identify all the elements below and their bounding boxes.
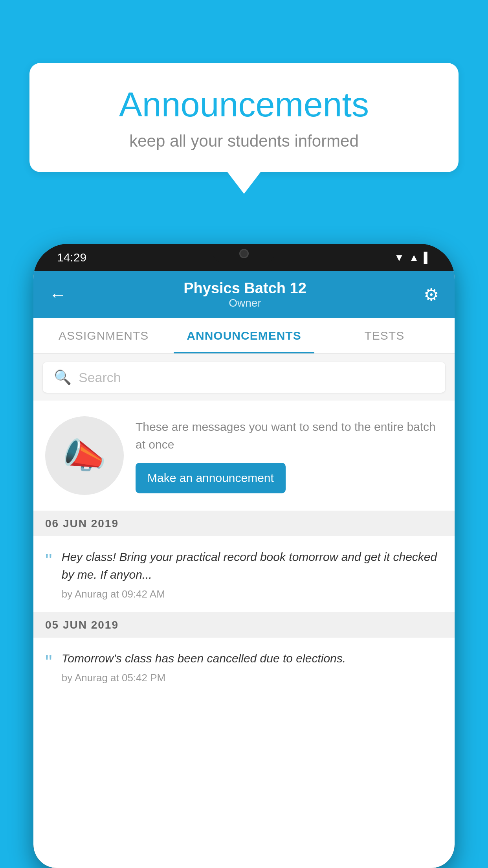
status-icons: ▼ ▲ ▌: [394, 252, 431, 264]
megaphone-icon: 📣: [62, 435, 106, 476]
search-container: 🔍 Search: [33, 354, 455, 401]
announcement-meta-2: by Anurag at 05:42 PM: [62, 672, 443, 684]
announcement-content-2: Tomorrow's class has been cancelled due …: [62, 649, 443, 684]
settings-button[interactable]: ⚙: [424, 285, 439, 305]
search-bar[interactable]: 🔍 Search: [43, 362, 445, 393]
speech-bubble: Announcements keep all your students inf…: [29, 63, 459, 172]
speech-bubble-title: Announcements: [53, 85, 435, 125]
batch-role: Owner: [66, 297, 424, 309]
status-bar: 14:29 ▼ ▲ ▌: [33, 244, 455, 271]
wifi-icon: ▼: [394, 252, 404, 264]
date-label-2: 05 JUN 2019: [45, 619, 119, 631]
back-button[interactable]: ←: [49, 285, 66, 305]
tab-tests[interactable]: TESTS: [314, 318, 455, 353]
status-time: 14:29: [57, 251, 86, 264]
date-label-1: 06 JUN 2019: [45, 517, 119, 530]
phone-mockup: 14:29 ▼ ▲ ▌ ← Physics Batch 12 Owner ⚙ A…: [33, 244, 455, 868]
phone-camera: [239, 249, 249, 258]
app-header: ← Physics Batch 12 Owner ⚙: [33, 271, 455, 318]
phone-notch: [213, 244, 275, 263]
header-title-area: Physics Batch 12 Owner: [66, 280, 424, 309]
date-separator-1: 06 JUN 2019: [33, 511, 455, 536]
make-announcement-button[interactable]: Make an announcement: [136, 463, 286, 493]
signal-icon: ▲: [409, 252, 419, 264]
batch-title: Physics Batch 12: [66, 280, 424, 297]
announcement-item-1[interactable]: " Hey class! Bring your practical record…: [33, 536, 455, 612]
speech-bubble-subtitle: keep all your students informed: [53, 132, 435, 151]
speech-bubble-tail: [227, 172, 261, 194]
phone-screen: ← Physics Batch 12 Owner ⚙ ASSIGNMENTS A…: [33, 271, 455, 868]
search-icon: 🔍: [54, 369, 72, 386]
battery-icon: ▌: [424, 252, 431, 264]
empty-state-description: These are messages you want to send to t…: [136, 418, 443, 453]
announcement-meta-1: by Anurag at 09:42 AM: [62, 588, 443, 600]
empty-state-content: These are messages you want to send to t…: [136, 418, 443, 493]
quote-icon-1: ": [45, 551, 52, 600]
empty-state-section: 📣 These are messages you want to send to…: [33, 401, 455, 511]
announcement-text-2: Tomorrow's class has been cancelled due …: [62, 649, 443, 667]
announcement-text-1: Hey class! Bring your practical record b…: [62, 548, 443, 583]
speech-bubble-container: Announcements keep all your students inf…: [29, 63, 459, 194]
search-placeholder: Search: [79, 370, 121, 385]
date-separator-2: 05 JUN 2019: [33, 612, 455, 638]
tab-announcements[interactable]: ANNOUNCEMENTS: [174, 318, 314, 353]
announcement-content-1: Hey class! Bring your practical record b…: [62, 548, 443, 600]
tab-assignments[interactable]: ASSIGNMENTS: [33, 318, 174, 353]
announcement-item-2[interactable]: " Tomorrow's class has been cancelled du…: [33, 638, 455, 696]
quote-icon-2: ": [45, 653, 52, 684]
announcement-icon-circle: 📣: [45, 416, 124, 495]
tabs-bar: ASSIGNMENTS ANNOUNCEMENTS TESTS: [33, 318, 455, 354]
